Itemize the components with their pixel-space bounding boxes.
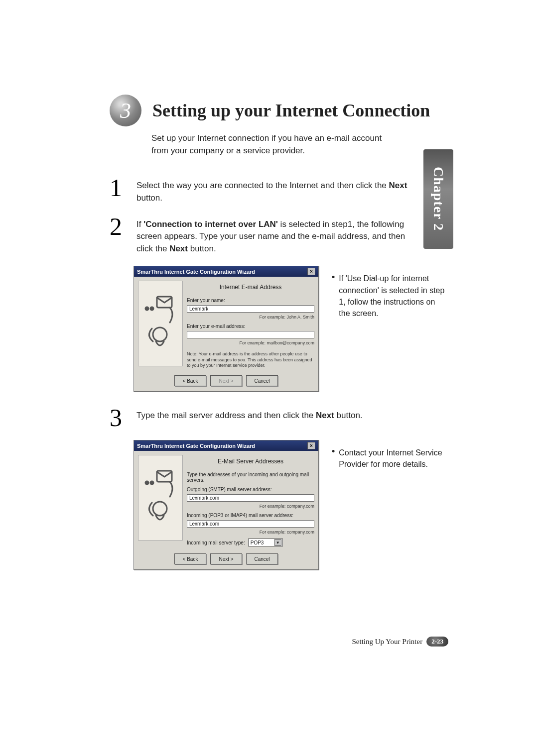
label-name: Enter your name: xyxy=(187,298,314,303)
step-3: 3 Type the mail server address and then … xyxy=(110,407,418,429)
email-field[interactable] xyxy=(187,331,314,338)
svg-point-1 xyxy=(145,307,148,310)
chevron-down-icon: ▼ xyxy=(274,539,281,546)
text-fragment: Type the mail server address and then cl… xyxy=(136,411,316,420)
wizard-art-icon xyxy=(138,281,183,366)
cancel-button[interactable]: Cancel xyxy=(246,553,278,564)
document-page: Chapter 2 3 Setting up your Internet Con… xyxy=(0,0,538,756)
side-note-2: •Contact your Internet Service Provider … xyxy=(332,440,446,470)
server-type-value: POP3 xyxy=(251,540,264,545)
page-title: Setting up your Internet Connection xyxy=(152,100,430,121)
text-bold: 'Connection to internet over LAN' xyxy=(143,219,278,229)
step-text: Select the way you are connected to the … xyxy=(136,177,418,204)
dialog-titlebar: SmarThru Internet Gate Configuration Wiz… xyxy=(134,440,318,451)
text-bold: Next xyxy=(389,181,407,190)
outgoing-server-field[interactable]: Lexmark.com xyxy=(187,494,314,502)
step-number: 3 xyxy=(110,407,130,429)
bullet-icon: • xyxy=(332,273,335,319)
server-type-select[interactable]: POP3 ▼ xyxy=(248,539,283,546)
name-field[interactable]: Lexmark xyxy=(187,305,314,313)
dialog-intro: Type the addresses of your incoming and … xyxy=(187,472,314,483)
title-row: 3 Setting up your Internet Connection xyxy=(110,95,473,126)
step-2: 2 If 'Connection to internet over LAN' i… xyxy=(110,216,418,255)
next-button[interactable]: Next > xyxy=(210,553,242,564)
intro-text: Set up your Internet connection if you h… xyxy=(151,132,391,157)
side-note-1: •If 'Use Dial-up for internet connection… xyxy=(332,266,446,319)
text-fragment: button. xyxy=(334,411,363,420)
dialog-body: E-Mail Server Addresses Type the address… xyxy=(134,451,318,550)
wizard-art-icon xyxy=(138,455,183,540)
svg-point-7 xyxy=(153,502,167,516)
cancel-button[interactable]: Cancel xyxy=(246,375,278,386)
dialog-note: Note: Your e-mail address is the address… xyxy=(187,351,314,368)
svg-point-3 xyxy=(153,327,167,341)
back-button[interactable]: < Back xyxy=(174,375,206,386)
svg-point-6 xyxy=(150,481,153,484)
svg-point-5 xyxy=(145,481,148,484)
label-incoming: Incoming (POP3 or IMAP4) mail server add… xyxy=(187,513,314,518)
step-1: 1 Select the way you are connected to th… xyxy=(110,177,418,204)
dialog-title: SmarThru Internet Gate Configuration Wiz… xyxy=(137,269,255,275)
incoming-server-field[interactable]: Lexmark.com xyxy=(187,520,314,528)
hint-name: For example: John A. Smith xyxy=(187,315,314,320)
text-bold: Next xyxy=(316,411,334,420)
text-bold: Next xyxy=(169,244,188,253)
screenshot-row-1: SmarThru Internet Gate Configuration Wiz… xyxy=(134,266,473,392)
hint-outgoing: For example: company.com xyxy=(187,504,314,509)
dialog-body: Internet E-mail Address Enter your name:… xyxy=(134,277,318,372)
page-number-badge: 2-23 xyxy=(426,637,448,647)
text-fragment: Select the way you are connected to the … xyxy=(136,181,389,190)
wizard-dialog-email-address: SmarThru Internet Gate Configuration Wiz… xyxy=(134,266,319,392)
dialog-buttons: < Back Next > Cancel xyxy=(134,550,318,569)
dialog-form: E-Mail Server Addresses Type the address… xyxy=(187,455,314,546)
side-note-text: Contact your Internet Service Provider f… xyxy=(339,447,446,470)
next-button[interactable]: Next > xyxy=(210,375,242,386)
dialog-heading: E-Mail Server Addresses xyxy=(187,458,314,465)
text-fragment: button. xyxy=(188,244,216,253)
close-icon[interactable]: × xyxy=(307,268,315,275)
close-icon[interactable]: × xyxy=(307,442,315,449)
hint-incoming: For example: company.com xyxy=(187,530,314,535)
dialog-title: SmarThru Internet Gate Configuration Wiz… xyxy=(137,443,255,449)
screenshot-row-2: SmarThru Internet Gate Configuration Wiz… xyxy=(134,440,473,570)
label-outgoing: Outgoing (SMTP) mail server address: xyxy=(187,487,314,492)
step-number: 1 xyxy=(110,177,130,204)
dialog-buttons: < Back Next > Cancel xyxy=(134,372,318,391)
dialog-heading: Internet E-mail Address xyxy=(187,284,314,291)
hint-email: For example: mailbox@company.com xyxy=(187,340,314,345)
step-text: Type the mail server address and then cl… xyxy=(136,407,363,429)
dialog-form: Internet E-mail Address Enter your name:… xyxy=(187,281,314,368)
section-number: 3 xyxy=(120,98,131,123)
svg-point-2 xyxy=(150,307,153,310)
server-type-row: Incoming mail server type: POP3 ▼ xyxy=(187,539,314,546)
step-number: 2 xyxy=(110,216,130,255)
back-button[interactable]: < Back xyxy=(174,553,206,564)
bullet-icon: • xyxy=(332,447,335,470)
chapter-tab: Chapter 2 xyxy=(423,149,453,249)
chapter-tab-label: Chapter 2 xyxy=(430,167,446,231)
dialog-titlebar: SmarThru Internet Gate Configuration Wiz… xyxy=(134,266,318,277)
text-fragment: If xyxy=(136,219,143,229)
page-footer: Setting Up Your Printer 2-23 xyxy=(352,637,448,647)
wizard-dialog-mail-servers: SmarThru Internet Gate Configuration Wiz… xyxy=(134,440,319,570)
side-note-text: If 'Use Dial-up for internet connection'… xyxy=(339,273,446,319)
footer-label: Setting Up Your Printer xyxy=(352,638,422,646)
step-text: If 'Connection to internet over LAN' is … xyxy=(136,216,418,255)
text-fragment: button. xyxy=(136,193,162,203)
section-number-badge: 3 xyxy=(110,95,141,126)
label-email: Enter your e-mail address: xyxy=(187,324,314,329)
label-server-type: Incoming mail server type: xyxy=(187,540,245,545)
